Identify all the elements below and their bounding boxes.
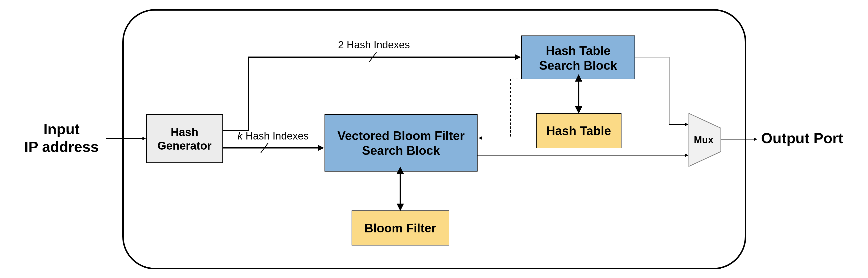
- vectored-bloom-filter-search-block: Vectored Bloom Filter Search Block: [325, 115, 477, 171]
- hash-generator-label-1: Hash: [171, 126, 198, 139]
- mux-label: Mux: [694, 134, 713, 145]
- vbf-label-2: Search Block: [362, 144, 440, 158]
- vbf-label-1: Vectored Bloom Filter: [338, 129, 465, 143]
- hash-table-label: Hash Table: [546, 124, 611, 138]
- edge-htsb-to-mux: [635, 57, 688, 124]
- htsb-label-2: Search Block: [539, 59, 617, 73]
- hash-generator-block: Hash Generator: [146, 115, 223, 163]
- edge-htsb-to-vbf-dashed: [479, 79, 534, 138]
- edge-mid-k: k: [238, 130, 243, 142]
- htsb-label-1: Hash Table: [546, 44, 611, 58]
- mux-block: Mux: [689, 113, 721, 166]
- hash-generator-label-2: Generator: [157, 139, 212, 152]
- output-label: Output Port: [761, 130, 843, 146]
- edge-top-label: 2 Hash Indexes: [338, 39, 410, 51]
- edge-mid-rest: Hash Indexes: [243, 130, 309, 142]
- diagram-canvas: Input IP address Output Port Hash Genera…: [0, 0, 868, 278]
- hash-table-search-block: Hash Table Search Block: [522, 36, 635, 79]
- bloom-filter-label: Bloom Filter: [364, 221, 436, 235]
- svg-rect-0: [146, 115, 223, 163]
- bloom-filter-block: Bloom Filter: [352, 211, 449, 245]
- input-label-line1: Input: [43, 121, 80, 137]
- hash-table-block: Hash Table: [536, 113, 621, 148]
- edge-mid-label: k Hash Indexes: [238, 130, 309, 142]
- input-label-line2: IP address: [24, 139, 99, 155]
- svg-rect-1: [325, 115, 477, 171]
